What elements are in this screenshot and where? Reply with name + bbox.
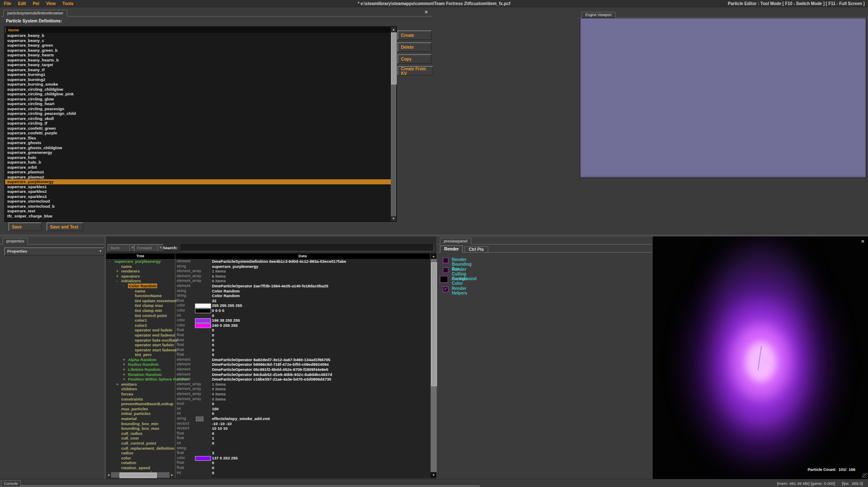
tree-row[interactable]: namestringsuperrare_purpleenergy — [106, 264, 431, 269]
menu-pet[interactable]: Pet — [33, 1, 39, 6]
save-button[interactable]: Save — [8, 223, 42, 231]
checkbox-render-bounding-box[interactable] — [443, 258, 448, 263]
list-item[interactable]: superrare_flies — [5, 136, 391, 141]
tree-horizontal-scrollbar[interactable]: ◄ ► — [106, 472, 175, 478]
properties-dropdown[interactable]: Properties ▼ — [4, 248, 104, 256]
list-item[interactable]: superrare_halo — [5, 155, 391, 160]
list-item[interactable]: superrare_circling_skull — [5, 116, 391, 121]
list-item[interactable]: superrare_beany_hearts_b — [5, 58, 391, 63]
scroll-up-icon[interactable]: ▲ — [391, 27, 396, 32]
color-swatch[interactable] — [195, 309, 211, 313]
tree-row[interactable]: tint control pointint0 — [106, 313, 431, 318]
list-item[interactable]: superrare_sparkles3 — [5, 194, 391, 199]
node-dot-icon[interactable]: · — [123, 284, 128, 289]
tree-row[interactable]: max_particlesint150 — [106, 406, 431, 412]
scroll-up-icon[interactable]: ▲ — [431, 253, 437, 259]
tree-row[interactable]: materialstring...effects\wispy_smoke_add… — [106, 416, 431, 421]
list-column-header[interactable]: Name — [5, 27, 391, 33]
tree-row[interactable]: cull_costfloat1 — [106, 436, 431, 441]
list-item[interactable]: superrare_ghosts — [5, 140, 391, 145]
delete-button[interactable]: Delete — [398, 42, 431, 52]
scroll-thumb[interactable] — [391, 33, 397, 84]
checkbox-render-helpers-checked[interactable]: ✓ — [443, 287, 448, 292]
tree-row[interactable]: cull_radiusfloat0 — [106, 431, 431, 436]
tree-row[interactable]: tint clamp maxcolor255 255 255 255 — [106, 303, 431, 308]
tab-engine-viewport[interactable]: Engine Viewport — [581, 12, 615, 18]
close-icon[interactable]: ✕ — [861, 239, 865, 244]
tree-row[interactable]: +Position Within Sphere RandomelementDme… — [106, 377, 431, 382]
scroll-thumb[interactable] — [431, 262, 437, 386]
search-input[interactable] — [181, 244, 434, 251]
list-item[interactable]: superrare_test — [5, 209, 391, 214]
tree-row[interactable]: namestringColor Random — [106, 289, 431, 294]
checkbox-render-culling-bounds[interactable] — [443, 267, 448, 273]
tree-row[interactable]: +Rotation RandomelementDmeParticleOperat… — [106, 372, 431, 377]
list-item[interactable]: superrare_plasma2 — [5, 175, 391, 180]
menu-tools[interactable]: Tools — [62, 1, 73, 6]
tree-row[interactable]: tint_percfloat0 — [106, 352, 431, 357]
list-item[interactable]: superrare_ghosts_childglow — [5, 145, 391, 150]
expand-icon[interactable]: + — [116, 274, 121, 279]
list-item[interactable]: superrare_beany_hearts — [5, 53, 391, 58]
tree-column-header[interactable]: Tree — [106, 253, 175, 259]
create-button[interactable]: Create — [398, 31, 431, 40]
copy-button[interactable]: Copy — [398, 54, 431, 64]
menu-view[interactable]: View — [46, 1, 56, 6]
scroll-down-icon[interactable]: ▼ — [431, 472, 437, 478]
console-input-line[interactable] — [20, 486, 480, 486]
tree-row[interactable]: tint clamp mincolor0 0 0 0 — [106, 308, 431, 313]
expand-icon[interactable]: + — [123, 362, 128, 367]
list-item[interactable]: superrare_circling_glow — [5, 97, 391, 102]
tree-row[interactable]: ·Color RandomelementDmeParticleOperator … — [106, 284, 431, 289]
scroll-down-icon[interactable]: ▼ — [391, 216, 396, 221]
list-item[interactable]: superrare_circling_heart — [5, 101, 391, 106]
tree-row[interactable]: childrenelement_array0 items — [106, 387, 431, 392]
tree-row[interactable]: +operatorselement_array6 items — [106, 274, 431, 279]
tab-properties[interactable]: properties — [3, 238, 28, 245]
tab-console[interactable]: Console — [1, 480, 21, 487]
tree-row[interactable]: +emitterselement_array1 items — [106, 382, 431, 387]
expand-icon[interactable]: + — [123, 373, 128, 377]
scroll-thumb[interactable] — [120, 473, 157, 478]
background-color-swatch[interactable] — [440, 276, 448, 283]
list-item[interactable]: tfc_sniper_charge_blue — [5, 214, 391, 219]
tree-row[interactable]: forceselement_array0 items — [106, 392, 431, 397]
tree-row[interactable]: preventNameBasedLookupbool0 — [106, 401, 431, 406]
list-item[interactable]: superrare_beany_tf — [5, 67, 391, 72]
node-dot-icon[interactable]: · — [109, 259, 114, 264]
tree-row[interactable]: functionNamestringColor Random — [106, 293, 431, 298]
tree-row[interactable]: operator fade oscillatefloat0 — [106, 338, 431, 343]
expand-icon[interactable]: + — [123, 377, 128, 382]
expand-icon[interactable]: + — [123, 367, 128, 372]
tree-row[interactable]: color1color166 38 255 255 — [106, 318, 431, 323]
create-from-kv-button[interactable]: Create From KV — [398, 66, 433, 75]
particle-render-view[interactable]: Particle Count: 101/ 156 — [653, 237, 868, 479]
tab-render[interactable]: Render — [440, 245, 463, 253]
expand-icon[interactable]: + — [116, 382, 121, 387]
color-swatch[interactable] — [195, 318, 211, 323]
scroll-left-icon[interactable]: ◄ — [106, 472, 111, 478]
list-item[interactable]: superrare_confetti_green — [5, 126, 391, 131]
menu-file[interactable]: File — [4, 1, 11, 6]
tree-row[interactable]: constraintselement_array0 items — [106, 397, 431, 402]
list-scrollbar[interactable]: ▲ ▼ — [391, 27, 396, 221]
expand-icon[interactable]: + — [123, 358, 128, 362]
tree-row[interactable]: +Lifetime RandomelementDmeParticleOperat… — [106, 367, 431, 372]
data-column-header[interactable]: Data — [175, 253, 430, 259]
list-item[interactable]: superrare_circling_childglow_pink — [5, 92, 391, 97]
tree-row[interactable]: ·superrare_purpleenergyelementDmeParticl… — [106, 259, 431, 264]
tab-ctrl-pts[interactable]: Ctrl Pts — [465, 246, 488, 253]
list-item[interactable]: superrare_burning_smoke — [5, 82, 391, 87]
list-item[interactable]: superrare_greenenergy — [5, 150, 391, 155]
color-swatch[interactable] — [195, 323, 211, 328]
tree-row[interactable]: rotationfloat0 — [106, 460, 431, 465]
list-item[interactable]: superrare_burning2 — [5, 77, 391, 82]
tree-row[interactable]: radiusfloat3 — [106, 451, 431, 456]
list-item-selected[interactable]: superrare_purpleenergy — [5, 179, 391, 184]
tree-row[interactable]: +Radius RandomelementDmeParticleOperator… — [106, 362, 431, 367]
close-icon[interactable]: ✕ — [425, 10, 428, 14]
list-item[interactable]: superrare_confetti_purple — [5, 131, 391, 136]
menu-edit[interactable]: Edit — [18, 1, 26, 6]
tab-particlesystemdefinitionbrowser[interactable]: particlesystemdefinitionbrowser — [3, 10, 67, 17]
list-item[interactable]: superrare_beany_green — [5, 43, 391, 48]
